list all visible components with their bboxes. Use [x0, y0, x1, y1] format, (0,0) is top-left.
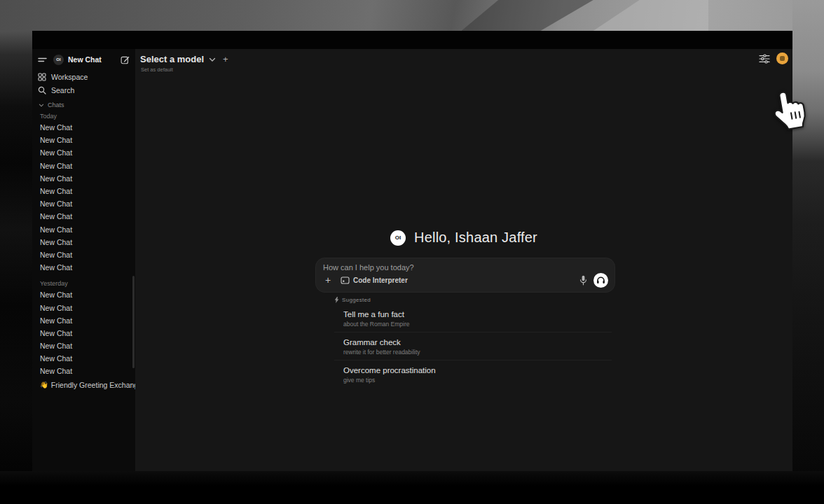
chat-list-item[interactable]: New Chat	[32, 223, 135, 236]
sidebar-toggle-button[interactable]	[38, 57, 47, 63]
tool-label: Code Interpreter	[353, 276, 408, 284]
chat-title: New Chat	[40, 123, 72, 132]
chat-list-item[interactable]: New Chat	[32, 172, 135, 185]
app-window: OI New Chat Workspace	[32, 31, 792, 471]
desktop-wallpaper-left	[0, 31, 32, 504]
chat-title: New Chat	[40, 238, 72, 246]
chat-list-item[interactable]: New Chat	[32, 327, 135, 340]
voice-input-button[interactable]	[579, 275, 587, 286]
chat-controls-button[interactable]	[759, 54, 770, 64]
chat-list-item[interactable]: New Chat	[32, 210, 135, 223]
sidebar: OI New Chat Workspace	[32, 49, 135, 471]
nav-label: Search	[51, 86, 74, 94]
prompt-subtitle: rewrite it for better readability	[343, 349, 612, 356]
chevron-down-icon	[39, 103, 44, 108]
add-model-button[interactable]: +	[223, 54, 228, 64]
desktop-wallpaper-bottom	[0, 471, 824, 504]
chat-list-item[interactable]: New Chat	[32, 197, 135, 210]
window-top-strip	[32, 31, 792, 49]
composer-toolbar: + Code Interpreter	[322, 272, 608, 288]
chat-title: New Chat	[40, 136, 72, 144]
chat-title: Friendly Greeting Exchange	[51, 381, 142, 389]
prompt-subtitle: about the Roman Empire	[343, 321, 612, 328]
sidebar-header: OI New Chat	[32, 49, 135, 70]
voice-call-button[interactable]	[593, 273, 608, 288]
bolt-icon	[334, 297, 339, 303]
avatar-image	[780, 56, 785, 61]
chat-list-item[interactable]: New Chat	[32, 352, 135, 365]
app-logo: OI	[53, 55, 64, 65]
prompt-subtitle: give me tips	[343, 377, 612, 384]
chat-group-label-yesterday: Yesterday	[32, 279, 135, 288]
message-composer: + Code Interpreter	[315, 258, 615, 293]
new-chat-button[interactable]	[121, 55, 130, 64]
sidebar-title: New Chat	[68, 55, 121, 64]
chats-section-toggle[interactable]: Chats	[32, 99, 135, 111]
chat-list-item[interactable]: New Chat	[32, 301, 135, 314]
sidebar-item-workspace[interactable]: Workspace	[38, 70, 130, 83]
chat-title: New Chat	[40, 148, 72, 157]
model-selector-label: Select a model	[140, 54, 204, 64]
chat-list-item[interactable]: New Chat	[32, 236, 135, 248]
suggested-prompts: Suggested Tell me a fun fact about the R…	[334, 295, 612, 388]
code-interpreter-toggle[interactable]: Code Interpreter	[341, 276, 408, 284]
chat-list-item[interactable]: New Chat	[32, 121, 135, 134]
prompt-title: Tell me a fun fact	[343, 310, 612, 318]
chat-list-item[interactable]: New Chat	[32, 261, 135, 274]
model-selector[interactable]: Select a model +	[140, 54, 228, 64]
sidebar-scrollbar[interactable]	[132, 276, 135, 368]
chat-title: New Chat	[40, 367, 72, 375]
chat-title: New Chat	[40, 174, 72, 183]
chat-title: New Chat	[40, 200, 72, 208]
chat-title: New Chat	[40, 263, 72, 272]
chat-title: New Chat	[40, 187, 72, 195]
chat-list-item[interactable]: New Chat	[32, 185, 135, 197]
chats-section-label: Chats	[48, 102, 64, 108]
suggested-header: Suggested	[334, 295, 612, 304]
chat-list-item[interactable]: New Chat	[32, 146, 135, 159]
suggested-prompt[interactable]: Tell me a fun fact about the Roman Empir…	[334, 304, 612, 332]
greeting-block: OI Hello, Ishaan Jaffer	[135, 230, 792, 246]
desktop-wallpaper-right	[792, 0, 824, 504]
chat-list-item[interactable]: New Chat	[32, 288, 135, 301]
prompt-title: Grammar check	[343, 338, 612, 346]
sidebar-nav: Workspace Search	[32, 70, 135, 97]
topbar-right	[759, 52, 788, 64]
suggested-prompt[interactable]: Overcome procrastination give me tips	[334, 360, 612, 388]
chevron-down-icon	[209, 57, 216, 62]
greeting-text: Hello, Ishaan Jaffer	[414, 230, 537, 246]
chat-title: New Chat	[40, 225, 72, 234]
edit-icon	[121, 55, 130, 64]
attach-button[interactable]: +	[322, 274, 334, 286]
sidebar-item-search[interactable]: Search	[38, 83, 130, 97]
chat-list-item[interactable]: New Chat	[32, 340, 135, 352]
suggested-prompt[interactable]: Grammar check rewrite it for better read…	[334, 332, 612, 360]
chat-list-item-named[interactable]: 👋 Friendly Greeting Exchange	[32, 379, 135, 391]
set-as-default-link[interactable]: Set as default	[141, 66, 173, 73]
grid-icon	[38, 73, 46, 81]
chat-list-item[interactable]: New Chat	[32, 314, 135, 327]
prompt-title: Overcome procrastination	[343, 366, 612, 374]
chat-title: New Chat	[40, 290, 72, 299]
chat-title: New Chat	[40, 212, 72, 220]
chat-title: New Chat	[40, 162, 72, 170]
chat-list-item[interactable]: New Chat	[32, 248, 135, 261]
search-icon	[38, 86, 46, 94]
chat-list-item[interactable]: New Chat	[32, 134, 135, 146]
chat-title: New Chat	[40, 354, 72, 363]
chat-title: New Chat	[40, 329, 72, 337]
app-logo-large: OI	[390, 230, 406, 246]
chat-list-item[interactable]: New Chat	[32, 365, 135, 377]
chat-title: New Chat	[40, 304, 72, 312]
chat-title: New Chat	[40, 251, 72, 259]
menu-icon	[38, 57, 47, 63]
microphone-icon	[579, 275, 587, 286]
desktop-wallpaper-top	[0, 0, 824, 31]
chat-list-item[interactable]: New Chat	[32, 160, 135, 172]
wave-emoji: 👋	[40, 381, 48, 388]
user-avatar[interactable]	[776, 52, 788, 64]
main-area: Select a model + Set as default	[135, 49, 792, 471]
suggested-label: Suggested	[342, 297, 371, 303]
chat-title: New Chat	[40, 316, 72, 325]
sliders-icon	[759, 54, 770, 64]
